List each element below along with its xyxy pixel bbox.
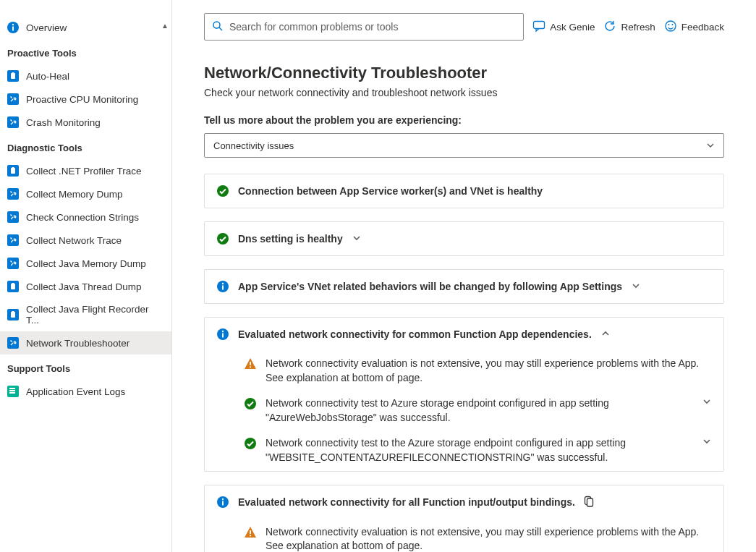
sidebar-item-check-connection-strings[interactable]: Check Connection Strings [0, 205, 171, 229]
svg-point-18 [217, 233, 229, 245]
sidebar-item-collect-net-profiler-trace[interactable]: Collect .NET Profiler Trace [0, 159, 171, 182]
card-sub-text: Network connectivity evaluation is not e… [266, 525, 712, 552]
main-content: Ask Genie Refresh Feedback Network/Conne… [172, 0, 756, 552]
card-sub-row: Network connectivity evaluation is not e… [205, 351, 723, 391]
sidebar-item-crash-monitoring[interactable]: Crash Monitoring [0, 111, 171, 134]
sidebar-item-collect-java-thread-dump[interactable]: Collect Java Thread Dump [0, 275, 171, 298]
card-sub-text: Network connectivity test to Azure stora… [266, 396, 693, 425]
sidebar-section-title: Diagnostic Tools [0, 134, 171, 159]
svg-rect-30 [222, 501, 224, 506]
sidebar-item-network-troubleshooter[interactable]: Network Troubleshooter [0, 331, 171, 354]
feedback-button[interactable]: Feedback [664, 20, 724, 35]
card-sub-row[interactable]: Network connectivity test to the Azure s… [205, 430, 723, 470]
tool-icon [7, 93, 19, 105]
sidebar-section-title: Support Tools [0, 354, 171, 380]
chevron-down-icon[interactable] [352, 233, 362, 245]
svg-point-31 [222, 498, 224, 500]
feedback-label: Feedback [681, 22, 724, 33]
refresh-icon [603, 20, 616, 35]
tool-icon [7, 211, 19, 223]
sidebar-item-label: Network Troubleshooter [26, 338, 129, 349]
diagnostic-card: Evaluated network connectivity for commo… [204, 317, 724, 472]
ask-genie-button[interactable]: Ask Genie [532, 20, 595, 35]
problem-select-value: Connectivity issues [213, 140, 294, 151]
success-icon [244, 437, 257, 450]
sidebar-item-collect-java-flight-recorder-t[interactable]: Collect Java Flight Recorder T... [0, 298, 171, 331]
card-title: Evaluated network connectivity for commo… [238, 328, 592, 340]
svg-rect-5 [11, 168, 15, 174]
sidebar-item-label: Collect Java Memory Dump [26, 258, 146, 269]
chevron-down-icon[interactable] [631, 281, 641, 293]
svg-rect-1 [12, 27, 14, 31]
svg-point-24 [222, 331, 224, 332]
tool-icon [7, 337, 19, 349]
svg-point-26 [250, 366, 251, 368]
sidebar-item-label: Check Connection Strings [26, 212, 139, 223]
card-title: Connection between App Service worker(s)… [238, 185, 543, 197]
topbar: Ask Genie Refresh Feedback [204, 13, 724, 41]
page-subtitle: Check your network connectivity and trou… [204, 87, 724, 98]
sidebar-item-label: Collect Java Flight Recorder T... [26, 304, 164, 326]
card-header[interactable]: Evaluated network connectivity for all F… [205, 485, 723, 519]
svg-point-11 [213, 22, 220, 28]
card-header[interactable]: Evaluated network connectivity for commo… [205, 318, 723, 351]
sidebar-item-overview[interactable]: Overview [0, 16, 171, 39]
svg-point-27 [245, 398, 256, 409]
svg-line-12 [219, 27, 222, 30]
card-header[interactable]: App Service's VNet related behaviors wil… [205, 270, 723, 303]
sidebar-item-label: Collect Memory Dump [26, 189, 123, 200]
chevron-up-icon[interactable] [600, 328, 611, 341]
chevron-down-icon [706, 140, 715, 152]
chevron-down-icon[interactable] [702, 436, 712, 449]
card-sub-row[interactable]: Network connectivity test to Azure stora… [205, 391, 723, 430]
svg-rect-13 [534, 21, 545, 28]
sidebar-item-label: Application Event Logs [26, 386, 125, 397]
tool-icon [7, 188, 19, 200]
success-icon [244, 397, 257, 410]
ask-genie-label: Ask Genie [550, 22, 595, 33]
problem-select[interactable]: Connectivity issues [204, 133, 724, 158]
svg-rect-34 [250, 530, 251, 534]
sidebar-section-title: Proactive Tools [0, 39, 171, 64]
info-icon [7, 22, 19, 33]
tool-icon [7, 234, 19, 246]
search-input-container[interactable] [204, 13, 524, 41]
copy-icon[interactable] [584, 496, 594, 509]
card-header[interactable]: Dns setting is healthy [205, 222, 723, 255]
tool-icon [7, 258, 19, 269]
card-header[interactable]: Connection between App Service worker(s)… [205, 174, 723, 208]
refresh-label: Refresh [621, 22, 655, 33]
log-icon [7, 386, 19, 397]
refresh-button[interactable]: Refresh [603, 20, 655, 35]
collapse-caret-icon[interactable]: ▲ [161, 22, 169, 30]
sidebar-item-auto-heal[interactable]: Auto-Heal [0, 64, 171, 88]
search-input[interactable] [229, 21, 516, 33]
chevron-down-icon[interactable] [702, 396, 712, 409]
smiley-icon [664, 20, 677, 35]
sidebar-item-label: Auto-Heal [26, 71, 69, 82]
info-icon [216, 328, 229, 341]
svg-rect-7 [11, 284, 15, 289]
page-title: Network/Connectivity Troubleshooter [204, 64, 724, 82]
warn-icon [244, 357, 257, 370]
svg-rect-23 [222, 334, 224, 338]
sidebar-item-collect-java-memory-dump[interactable]: Collect Java Memory Dump [0, 252, 171, 275]
search-icon [212, 20, 224, 34]
sidebar-item-application-event-logs[interactable]: Application Event Logs [0, 380, 171, 403]
sidebar-item-label: Collect Java Thread Dump [26, 281, 142, 292]
card-sub-text: Network connectivity evaluation is not e… [266, 357, 712, 385]
svg-point-17 [217, 185, 229, 197]
prompt-label: Tell us more about the problem you are e… [204, 114, 724, 126]
tool-icon [7, 116, 19, 128]
sidebar-item-collect-memory-dump[interactable]: Collect Memory Dump [0, 182, 171, 205]
sidebar-item-collect-network-trace[interactable]: Collect Network Trace [0, 229, 171, 252]
svg-point-28 [245, 438, 256, 449]
svg-point-14 [666, 21, 676, 31]
sidebar-item-label: Collect Network Trace [26, 235, 122, 246]
sidebar-item-proactive-cpu-monitoring[interactable]: Proactive CPU Monitoring [0, 88, 171, 111]
svg-rect-8 [12, 283, 14, 284]
success-icon [216, 184, 229, 198]
svg-rect-3 [11, 73, 15, 79]
clipboard-icon [7, 70, 19, 82]
diagnostic-card: Dns setting is healthy [204, 221, 724, 256]
